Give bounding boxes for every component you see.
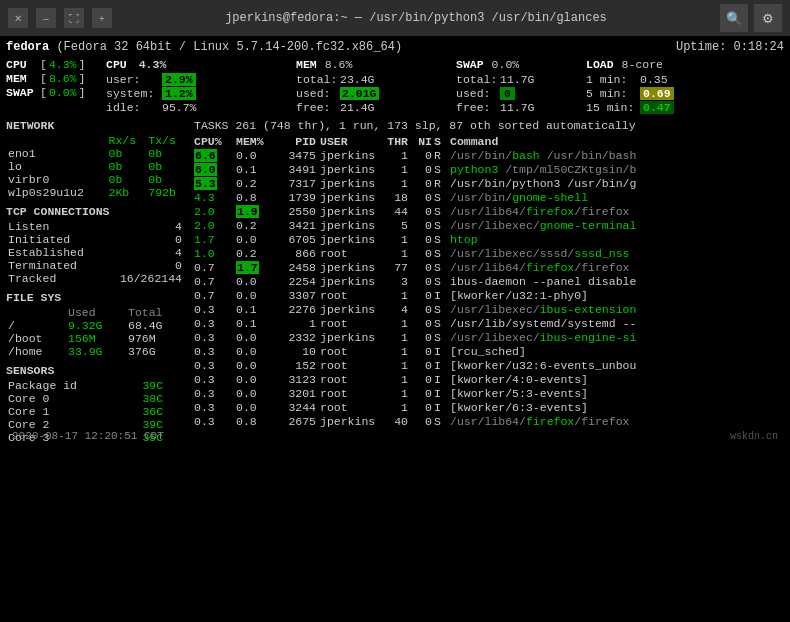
list-item: eno1 0b 0b — [6, 147, 186, 160]
process-list: 6.6 0.0 3475 jperkins 1 0 R /usr/bin/bas… — [194, 149, 784, 428]
list-item: Established 4 — [6, 246, 186, 259]
uptime: Uptime: 0:18:24 — [676, 40, 784, 54]
new-tab-button[interactable]: + — [92, 8, 112, 28]
list-item: Tracked 16/262144 — [6, 272, 186, 285]
titlebar-actions: 🔍 ⚙ — [720, 4, 782, 32]
table-row: 1.0 0.2 866 root 1 0 S /usr/libexec/sssd… — [194, 247, 784, 260]
list-item: wlp0s29u1u2 2Kb 792b — [6, 186, 186, 199]
table-row: 0.7 1.7 2458 jperkins 77 0 S /usr/lib64/… — [194, 261, 784, 274]
timestamp: 2020-08-17 12:20:51 CDT — [12, 430, 164, 442]
list-item: Core 1 36C — [6, 405, 186, 418]
list-item: / 9.32G 68.4G — [6, 319, 186, 332]
table-row: 1.7 0.0 6705 jperkins 1 0 S htop — [194, 233, 784, 246]
right-panel: TASKS 261 (748 thr), 1 run, 173 slp, 87 … — [194, 119, 784, 444]
cpu-user-val: 2.9% — [162, 73, 196, 86]
cpu-gauge: CPU [ 4.3% ] — [6, 58, 106, 71]
left-gauges: CPU [ 4.3% ] MEM [ 8.6% ] SWAP [ 0.0% ] — [6, 58, 106, 115]
minimize-button[interactable]: – — [36, 8, 56, 28]
load-5min-val: 0.69 — [640, 87, 674, 100]
cpu-system-val: 1.2% — [162, 87, 196, 100]
swap-used-val: 0 — [500, 87, 515, 100]
terminal-content: fedora (Fedora 32 64bit / Linux 5.7.14-2… — [0, 36, 790, 622]
list-item: Core 0 38C — [6, 392, 186, 405]
swap-stats: SWAP 0.0% total: 11.7G used: 0 free: 11.… — [456, 58, 586, 115]
table-row: 0.3 0.0 10 root 1 0 I [rcu_sched] — [194, 345, 784, 358]
table-row: 0.7 0.0 2254 jperkins 3 0 S ibus-daemon … — [194, 275, 784, 288]
list-item: virbr0 0b 0b — [6, 173, 186, 186]
cpu-stats: CPU 4.3% user: 2.9% system: 1.2% idle: 9… — [106, 58, 296, 115]
bottom-layout: NETWORK Rx/s Tx/s eno1 0b 0b lo 0b 0b — [6, 119, 784, 444]
network-table: Rx/s Tx/s eno1 0b 0b lo 0b 0b virbr0 0b … — [6, 134, 186, 199]
sensors-title: SENSORS — [6, 364, 186, 377]
network-title: NETWORK — [6, 119, 186, 132]
settings-button[interactable]: ⚙ — [754, 4, 782, 32]
table-row: 4.3 0.8 1739 jperkins 18 0 S /usr/bin/gn… — [194, 191, 784, 204]
load-stats: LOAD 8-core 1 min: 0.35 5 min: 0.69 15 m… — [586, 58, 784, 115]
window-controls: ✕ – ⛶ + — [8, 8, 112, 28]
list-item: Terminated 0 — [6, 259, 186, 272]
load-15min-val: 0.47 — [640, 101, 674, 114]
process-table-header: CPU% MEM% PID USER THR NI S Command — [194, 135, 784, 148]
table-row: 2.0 0.2 3421 jperkins 5 0 S /usr/libexec… — [194, 219, 784, 232]
table-row: 0.3 0.0 152 root 1 0 I [kworker/u32:6-ev… — [194, 359, 784, 372]
table-row: 6.6 0.0 3475 jperkins 1 0 R /usr/bin/bas… — [194, 149, 784, 162]
tcp-table: Listen 4 Initiated 0 Established 4 Termi… — [6, 220, 186, 285]
tasks-bar: TASKS 261 (748 thr), 1 run, 173 slp, 87 … — [194, 119, 784, 132]
close-button[interactable]: ✕ — [8, 8, 28, 28]
filesystem-title: FILE SYS — [6, 291, 186, 304]
maximize-button[interactable]: ⛶ — [64, 8, 84, 28]
table-row: 0.3 0.0 2332 jperkins 1 0 S /usr/libexec… — [194, 331, 784, 344]
list-item: /home 33.9G 376G — [6, 345, 186, 358]
list-item: /boot 156M 976M — [6, 332, 186, 345]
search-button[interactable]: 🔍 — [720, 4, 748, 32]
table-row: 0.3 0.0 3201 root 1 0 I [kworker/5:3-eve… — [194, 387, 784, 400]
titlebar: ✕ – ⛶ + jperkins@fedora:~ — /usr/bin/pyt… — [0, 0, 790, 36]
mem-used-val: 2.01G — [340, 87, 379, 100]
swap-gauge: SWAP [ 0.0% ] — [6, 86, 106, 99]
list-item: lo 0b 0b — [6, 160, 186, 173]
stats-section: CPU [ 4.3% ] MEM [ 8.6% ] SWAP [ 0.0% ] … — [6, 58, 784, 115]
table-row: 0.3 0.1 2276 jperkins 4 0 S /usr/libexec… — [194, 303, 784, 316]
table-row: 0.3 0.0 3123 root 1 0 I [kworker/4:0-eve… — [194, 373, 784, 386]
table-row: 0.7 0.0 3307 root 1 0 I [kworker/u32:1-p… — [194, 289, 784, 302]
table-row: 6.0 0.1 3491 jperkins 1 0 S python3 /tmp… — [194, 163, 784, 176]
left-panel: NETWORK Rx/s Tx/s eno1 0b 0b lo 0b 0b — [6, 119, 186, 444]
hostname: fedora (Fedora 32 64bit / Linux 5.7.14-2… — [6, 40, 402, 54]
watermark: wskdn.cn — [730, 431, 778, 442]
filesystem-table: Used Total / 9.32G 68.4G /boot 156M 976M… — [6, 306, 186, 358]
list-item: Listen 4 — [6, 220, 186, 233]
mem-gauge: MEM [ 8.6% ] — [6, 72, 106, 85]
table-row: 0.3 0.0 3244 root 1 0 I [kworker/6:3-eve… — [194, 401, 784, 414]
tcp-title: TCP CONNECTIONS — [6, 205, 186, 218]
list-item: Package id 39C — [6, 379, 186, 392]
table-row: 5.3 0.2 7317 jperkins 1 0 R /usr/bin/pyt… — [194, 177, 784, 190]
system-info-bar: fedora (Fedora 32 64bit / Linux 5.7.14-2… — [6, 40, 784, 54]
table-row: 2.0 1.9 2550 jperkins 44 0 S /usr/lib64/… — [194, 205, 784, 218]
window-title: jperkins@fedora:~ — /usr/bin/python3 /us… — [120, 11, 712, 25]
table-row: 0.3 0.8 2675 jperkins 40 0 S /usr/lib64/… — [194, 415, 784, 428]
list-item: Initiated 0 — [6, 233, 186, 246]
mem-stats: MEM 8.6% total: 23.4G used: 2.01G free: … — [296, 58, 456, 115]
table-row: 0.3 0.1 1 root 1 0 S /usr/lib/systemd/sy… — [194, 317, 784, 330]
